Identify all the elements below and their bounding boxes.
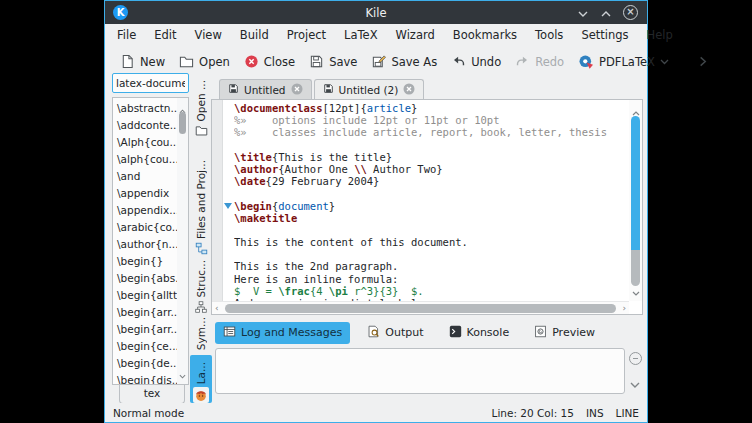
- panel-chevron-down-icon[interactable]: [629, 381, 641, 389]
- bottom-tab-konsole[interactable]: Konsole: [441, 322, 518, 344]
- window-controls: ×: [577, 3, 638, 22]
- scroll-down-icon[interactable]: [178, 364, 187, 383]
- list-item[interactable]: \Alph{cou...: [113, 134, 177, 151]
- toolbar-button-open[interactable]: Open: [172, 51, 237, 72]
- menu-edit[interactable]: Edit: [145, 26, 185, 44]
- vtab-label: Open ...: [195, 80, 207, 121]
- fold-arrow-icon[interactable]: [224, 203, 232, 209]
- editor-vertical-scrollbar[interactable]: [629, 100, 642, 301]
- list-item[interactable]: \and: [113, 168, 177, 185]
- sidebar-vtab-open[interactable]: Open ...: [190, 87, 212, 137]
- list-item[interactable]: \begin{}: [113, 253, 177, 270]
- code-segment: {29 February 2004}: [266, 175, 380, 187]
- scroll-down-icon[interactable]: [631, 281, 640, 300]
- editor-vscroll-thumb[interactable]: [631, 116, 640, 286]
- tab-close-icon[interactable]: [403, 83, 415, 97]
- list-item[interactable]: \begin{arr...: [113, 304, 177, 321]
- menu-wizard[interactable]: Wizard: [387, 26, 444, 44]
- sidebar-tab-tex[interactable]: tex: [119, 385, 185, 404]
- editor-icon-border: [212, 100, 223, 301]
- undo-icon: [451, 54, 466, 69]
- toolbar-button-redo[interactable]: Redo: [508, 51, 571, 72]
- menu-bookmarks[interactable]: Bookmarks: [444, 26, 526, 44]
- code-line: This is the content of this document.: [234, 236, 628, 248]
- window-title: Kile: [105, 6, 647, 20]
- sidebar-vtab-la[interactable]: La...: [190, 355, 212, 403]
- list-item[interactable]: \abstractn...: [113, 100, 177, 117]
- editor-hscroll-thumb[interactable]: [225, 304, 616, 313]
- tab-close-icon[interactable]: [291, 83, 303, 97]
- menubar: FileEditViewBuildProjectLaTeXWizardBookm…: [105, 24, 647, 46]
- floppy-small-icon: [228, 83, 239, 96]
- list-item[interactable]: \begin{dis...: [113, 372, 177, 385]
- sidebar-vtab-files-and-proj[interactable]: Files and Proj...: [190, 149, 212, 255]
- bottom-tab-output[interactable]: Output: [359, 322, 431, 344]
- list-scroll-thumb[interactable]: [179, 112, 186, 134]
- scroll-left-icon[interactable]: ‹: [215, 303, 219, 313]
- list-item[interactable]: \appendix...: [113, 202, 177, 219]
- bottom-tab-label: Preview: [552, 326, 595, 339]
- list-item[interactable]: \alph{cou...: [113, 151, 177, 168]
- maximize-icon[interactable]: [600, 3, 612, 22]
- list-item[interactable]: \appendix: [113, 185, 177, 202]
- list-item[interactable]: \author{n...: [113, 236, 177, 253]
- toolbar-button-pdflatex[interactable]: PDFLaTeX: [571, 51, 676, 73]
- list-scrollbar[interactable]: [177, 98, 188, 384]
- editor-horizontal-scrollbar[interactable]: ‹ ›: [212, 301, 629, 314]
- toolbar-button-save-as[interactable]: Save As: [364, 51, 444, 72]
- list-item[interactable]: \begin{alltt}: [113, 287, 177, 304]
- bottom-tab-preview[interactable]: Preview: [526, 322, 603, 344]
- editor-tab-untitled-2[interactable]: Untitled (2): [314, 79, 425, 99]
- menu-view[interactable]: View: [186, 26, 231, 44]
- open-folder-icon: [179, 54, 194, 69]
- command-filter-input[interactable]: [112, 73, 189, 93]
- list-item[interactable]: \begin{ce...: [113, 338, 177, 355]
- code-segment: Here is an inline formula:: [234, 273, 398, 285]
- status-line-col[interactable]: Line: 20 Col: 15: [492, 407, 574, 419]
- editor-text-area[interactable]: \documentclass[12pt]{article}%» options …: [234, 102, 628, 301]
- scroll-right-icon[interactable]: ›: [622, 303, 626, 313]
- titlebar[interactable]: K Kile ×: [105, 1, 647, 24]
- collapse-panel-icon[interactable]: [629, 352, 642, 365]
- toolbar-overflow-icon: [697, 56, 708, 67]
- code-line: %» options include 12pt or 11pt or 10pt: [234, 114, 628, 126]
- menu-latex[interactable]: LaTeX: [335, 26, 386, 44]
- code-segment: \pi: [329, 285, 348, 297]
- status-eol-mode[interactable]: LINE: [616, 407, 639, 419]
- bottom-tab-log-and-messages[interactable]: Log and Messages: [215, 322, 350, 344]
- code-line: [234, 248, 628, 260]
- menu-build[interactable]: Build: [231, 26, 278, 44]
- editor-tab-untitled[interactable]: Untitled: [219, 79, 312, 99]
- toolbar-button-new[interactable]: New: [113, 51, 172, 72]
- toolbar-button-close[interactable]: Close: [237, 51, 302, 72]
- code-segment: r^3}{3} $.: [348, 285, 424, 297]
- bottom-tab-label: Log and Messages: [241, 326, 342, 339]
- menu-file[interactable]: File: [108, 26, 145, 44]
- code-segment: {Author One: [278, 163, 354, 175]
- list-item[interactable]: \begin{abs...: [113, 270, 177, 287]
- code-line: [234, 139, 628, 151]
- menu-help[interactable]: Help: [638, 26, 682, 44]
- toolbar-button-undo[interactable]: Undo: [444, 51, 508, 72]
- toolbar-button-label: Open: [199, 55, 230, 69]
- bottom-toolview-tabbar: Log and MessagesOutputKonsolePreview: [215, 321, 603, 344]
- menu-tools[interactable]: Tools: [526, 26, 572, 44]
- editor[interactable]: \documentclass[12pt]{article}%» options …: [211, 99, 643, 315]
- log-messages-panel[interactable]: [215, 348, 625, 394]
- sidebar-vtab-struc[interactable]: Struc...: [190, 263, 212, 313]
- menu-project[interactable]: Project: [278, 26, 335, 44]
- status-insert-mode[interactable]: INS: [586, 407, 604, 419]
- list-item[interactable]: \addconte...: [113, 117, 177, 134]
- list-item[interactable]: \arabic{co...: [113, 219, 177, 236]
- toolbar-overflow-button[interactable]: [690, 53, 715, 70]
- toolbar-button-label: New: [140, 55, 165, 69]
- editor-fold-margin[interactable]: [224, 100, 233, 301]
- list-item[interactable]: \begin{de...: [113, 355, 177, 372]
- latex-command-list[interactable]: \abstractn...\addconte...\Alph{cou...\al…: [112, 97, 189, 385]
- toolbar-button-save[interactable]: Save: [302, 51, 364, 72]
- minimize-icon[interactable]: [577, 3, 589, 22]
- code-segment: \\: [354, 163, 367, 175]
- close-icon[interactable]: ×: [623, 5, 638, 20]
- menu-settings[interactable]: Settings: [572, 26, 637, 44]
- list-item[interactable]: \begin{arr...: [113, 321, 177, 338]
